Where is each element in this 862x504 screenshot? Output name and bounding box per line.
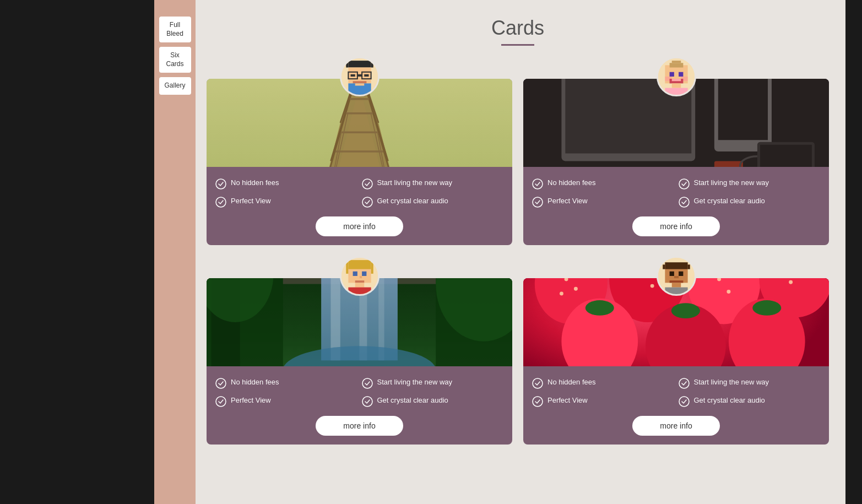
svg-rect-67: [348, 260, 371, 269]
svg-rect-68: [346, 262, 348, 274]
check-icon-2-1: [532, 178, 543, 189]
svg-rect-42: [669, 72, 674, 77]
svg-rect-101: [669, 280, 683, 283]
svg-rect-71: [362, 272, 366, 276]
left-dark-area: [0, 0, 154, 504]
feature-3-3: Perfect View: [215, 395, 357, 407]
full-bleed-button[interactable]: Full Bleed: [159, 17, 191, 42]
card-2: No hidden fees Start living the new way: [523, 79, 829, 245]
svg-point-64: [679, 197, 689, 207]
feature-1-3: Perfect View: [215, 196, 357, 208]
svg-rect-97: [687, 264, 690, 269]
svg-point-62: [679, 179, 689, 189]
check-icon-1-3: [215, 197, 226, 208]
svg-point-127: [533, 378, 543, 388]
svg-rect-99: [679, 272, 683, 276]
feature-text-4-1: No hidden fees: [547, 377, 595, 387]
more-info-button-3[interactable]: more info: [316, 416, 403, 436]
svg-point-32: [216, 179, 226, 189]
feature-text-4-2: Start living the new way: [694, 377, 769, 387]
svg-rect-103: [665, 288, 687, 294]
svg-point-126: [752, 300, 781, 316]
feature-1-4: Get crystal clear audio: [362, 196, 504, 208]
feature-text-2-3: Perfect View: [547, 196, 588, 206]
svg-rect-10: [353, 81, 366, 83]
card-3: No hidden fees Start living the new way: [207, 278, 512, 445]
card-2-features: No hidden fees Start living the new way: [532, 178, 820, 208]
feature-text-2-4: Get crystal clear audio: [694, 196, 765, 206]
pixel-avatar-2: [658, 58, 695, 95]
svg-point-91: [216, 397, 226, 407]
svg-point-61: [533, 179, 543, 189]
svg-rect-100: [674, 276, 678, 278]
svg-point-89: [216, 378, 226, 388]
svg-point-113: [574, 287, 578, 291]
feature-text-3-3: Perfect View: [231, 395, 271, 405]
svg-point-118: [727, 290, 730, 294]
check-icon-3-2: [362, 378, 373, 389]
card-3-body: No hidden fees Start living the new way: [207, 366, 512, 445]
avatar-2: [657, 57, 696, 96]
svg-rect-73: [355, 280, 364, 283]
feature-3-1: No hidden fees: [215, 377, 357, 389]
check-icon-2-3: [532, 197, 543, 208]
svg-point-130: [679, 397, 689, 407]
card-1-features: No hidden fees Start living the new way: [215, 178, 503, 208]
feature-3-4: Get crystal clear audio: [362, 395, 504, 407]
feature-4-3: Perfect View: [532, 395, 674, 407]
feature-text-4-3: Perfect View: [547, 395, 588, 405]
check-icon-2-2: [679, 178, 690, 189]
sidebar: Full Bleed Six Cards Gallery: [154, 0, 196, 504]
feature-text-1-1: No hidden fees: [231, 178, 279, 188]
svg-point-116: [650, 284, 654, 288]
feature-text-3-1: No hidden fees: [231, 377, 279, 387]
svg-point-92: [362, 397, 372, 407]
feature-2-3: Perfect View: [532, 196, 674, 208]
check-icon-3-4: [362, 396, 373, 407]
page-header: Cards: [207, 11, 829, 57]
more-info-button-4[interactable]: more info: [632, 416, 719, 436]
svg-rect-45: [671, 79, 681, 81]
card-3-features: No hidden fees Start living the new way: [215, 377, 503, 407]
card-4-features: No hidden fees Start living the new way: [532, 377, 820, 407]
feature-text-3-2: Start living the new way: [377, 377, 453, 387]
check-icon-4-3: [532, 396, 543, 407]
svg-rect-12: [355, 83, 364, 85]
svg-rect-95: [665, 262, 687, 269]
svg-rect-38: [669, 63, 683, 67]
more-info-button-2[interactable]: more info: [632, 216, 719, 236]
card-1-body: No hidden fees Start living the new way: [207, 167, 512, 245]
svg-point-124: [585, 300, 614, 316]
six-cards-button[interactable]: Six Cards: [159, 47, 191, 73]
check-icon-4-2: [679, 378, 690, 389]
svg-rect-72: [360, 276, 362, 278]
svg-point-119: [789, 280, 793, 284]
feature-text-1-4: Get crystal clear audio: [377, 196, 448, 206]
card-2-body: No hidden fees Start living the new way: [523, 167, 829, 245]
cards-grid: No hidden fees Start living the new way: [207, 57, 829, 445]
svg-point-33: [362, 179, 372, 189]
svg-rect-43: [679, 72, 683, 77]
feature-4-1: No hidden fees: [532, 377, 674, 389]
svg-rect-1: [348, 61, 371, 67]
main-content: Cards: [196, 0, 845, 504]
svg-rect-3: [371, 63, 373, 67]
svg-rect-98: [669, 272, 674, 276]
feature-1-1: No hidden fees: [215, 178, 357, 189]
svg-rect-96: [663, 264, 665, 269]
avatar-1: [340, 57, 380, 96]
svg-rect-74: [355, 283, 364, 287]
feature-2-1: No hidden fees: [532, 178, 674, 189]
card-4: No hidden fees Start living the new way: [523, 278, 829, 445]
svg-point-125: [671, 303, 700, 318]
more-info-button-1[interactable]: more info: [316, 216, 403, 236]
pixel-avatar-1: [341, 58, 378, 95]
avatar-3: [340, 256, 380, 296]
pixel-avatar-3: [341, 258, 378, 294]
feature-1-2: Start living the new way: [362, 178, 504, 189]
svg-point-90: [362, 378, 372, 388]
gallery-button[interactable]: Gallery: [159, 77, 191, 95]
feature-text-2-2: Start living the new way: [694, 178, 769, 188]
check-icon-4-1: [532, 378, 543, 389]
feature-2-2: Start living the new way: [679, 178, 821, 189]
